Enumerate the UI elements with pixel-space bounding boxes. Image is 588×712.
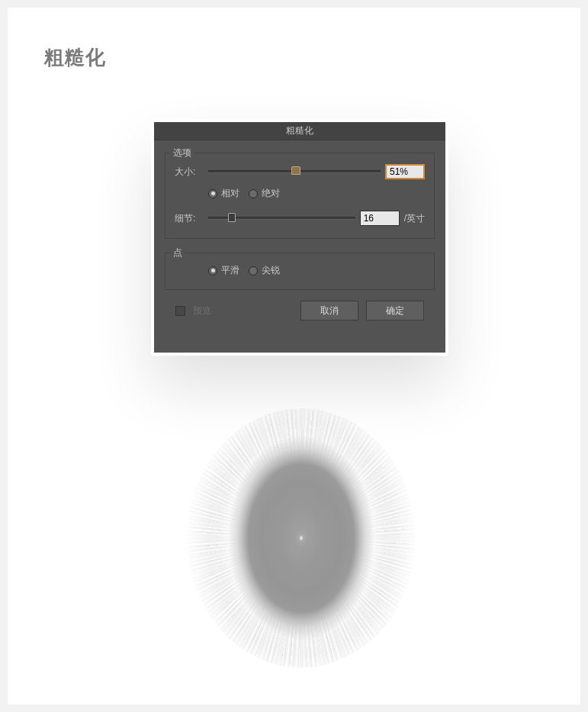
size-row: 大小: (175, 164, 425, 179)
point-legend: 点 (170, 246, 185, 259)
radio-absolute[interactable]: 绝对 (249, 187, 280, 200)
preview-checkbox[interactable] (175, 306, 185, 316)
options-legend: 选项 (170, 147, 194, 159)
detail-slider-handle[interactable] (228, 213, 236, 222)
detail-label: 细节: (175, 212, 204, 225)
dialog-footer: 预览 取消 确定 (165, 290, 435, 321)
options-fieldset: 选项 大小: 相对 绝对 (165, 153, 435, 239)
radio-relative[interactable]: 相对 (208, 187, 239, 200)
radio-absolute-circle (249, 189, 258, 198)
preview-label: 预览 (193, 304, 293, 317)
radio-relative-circle (208, 189, 217, 198)
size-slider[interactable] (208, 170, 381, 173)
radio-absolute-label: 绝对 (262, 187, 280, 200)
detail-input[interactable] (360, 211, 400, 226)
point-radios: 平滑 尖锐 (208, 264, 425, 277)
radio-relative-label: 相对 (221, 187, 239, 200)
rough-ball-graphic (210, 431, 393, 645)
size-input[interactable] (385, 164, 425, 179)
detail-slider[interactable] (208, 217, 355, 220)
radio-sharp[interactable]: 尖锐 (249, 264, 280, 277)
dialog-titlebar: 粗糙化 (154, 122, 445, 140)
dialog-title: 粗糙化 (286, 124, 313, 137)
radio-smooth-label: 平滑 (221, 264, 239, 277)
preview-canvas (187, 408, 416, 668)
radio-smooth[interactable]: 平滑 (208, 264, 239, 277)
radio-smooth-circle (208, 266, 217, 275)
roughen-dialog: 粗糙化 选项 大小: 相对 (154, 122, 445, 353)
page-container: 粗糙化 粗糙化 选项 大小: 相对 (8, 8, 580, 704)
size-slider-handle[interactable] (291, 166, 300, 175)
ok-button[interactable]: 确定 (366, 301, 424, 321)
detail-unit: /英寸 (404, 212, 425, 225)
radio-sharp-label: 尖锐 (262, 264, 280, 277)
cancel-button[interactable]: 取消 (300, 301, 358, 321)
size-mode-radios: 相对 绝对 (208, 187, 425, 200)
point-fieldset: 点 平滑 尖锐 (165, 253, 435, 290)
detail-row: 细节: /英寸 (175, 211, 425, 226)
size-label: 大小: (175, 166, 204, 179)
radio-sharp-circle (249, 266, 258, 275)
dialog-body: 选项 大小: 相对 绝对 (154, 140, 445, 331)
page-title: 粗糙化 (44, 44, 106, 71)
